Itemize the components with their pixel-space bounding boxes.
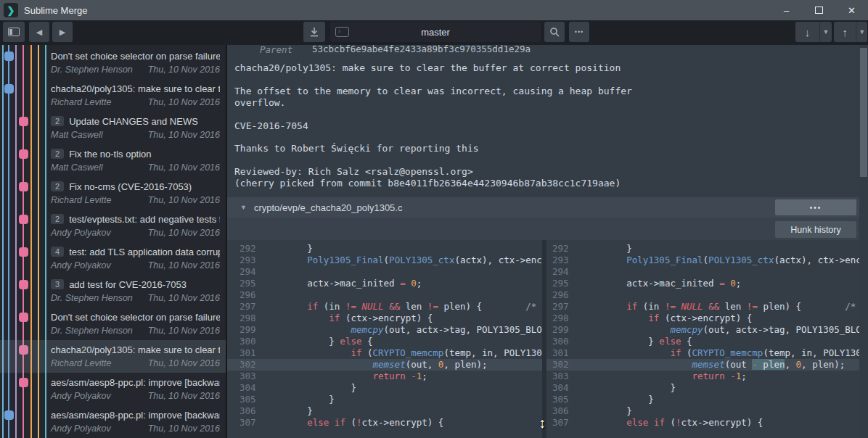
code-line[interactable]: 306 } [546,405,859,417]
push-chevron-down-icon[interactable]: ▼ [856,22,867,42]
code-line[interactable]: 293 Poly1305_Final(POLY1305_ctx(actx), c… [546,255,859,266]
pull-chevron-down-icon[interactable]: ▼ [820,22,832,42]
back-button[interactable]: ◀ [29,22,49,42]
code-token: = [400,278,406,289]
code-line[interactable]: 292 } [227,243,542,255]
code-line[interactable]: 295 actx->mac_inited = 0; [546,278,859,289]
code-line[interactable]: 301 if (CRYPTO_memcmp(temp, in, POLY1305… [546,347,859,359]
code-line[interactable]: 293 Poly1305_Final(POLY1305_ctx(actx), c… [227,255,542,266]
code-text: } [583,394,859,405]
code-line[interactable]: 298 if (ctx->encrypt) { [546,313,859,324]
commit-row[interactable]: chacha20/poly1305: make sure to clear th… [0,79,226,112]
code-line[interactable]: 297 if (in != NULL && len != plen) { /* … [227,301,542,313]
code-line[interactable]: 301 if (CRYPTO_memcmp(temp, in, POLY1305… [227,347,542,359]
code-line[interactable]: 294 [227,266,542,278]
line-number: 294 [227,266,263,278]
code-line[interactable]: 298 if (ctx->encrypt) { [227,313,542,324]
close-button[interactable]: ✕ [835,0,868,20]
command-palette-field[interactable]: › master [330,22,541,42]
code-line[interactable]: 304 } [546,382,859,394]
commit-message-paragraph: chacha20/poly1305: make sure to clear th… [234,62,868,75]
code-line[interactable]: 305 } [227,394,542,405]
search-button[interactable] [544,22,565,42]
commit-row[interactable]: aes/asm/aesp8-ppc.pl: improve [backward]… [0,405,226,438]
code-line[interactable]: 300 } else { [227,336,542,347]
commit-row[interactable]: aes/asm/aesp8-ppc.pl: improve [backward]… [0,373,226,405]
code-token: ( [361,347,372,358]
collapse-triangle-icon[interactable]: ▼ [240,204,247,211]
code-text: actx->mac_inited = 0; [263,278,542,289]
code-text: return -1; [583,371,859,382]
commit-row[interactable]: 3add test for CVE-2016-7053Dr. Stephen H… [0,275,226,307]
commit-row[interactable]: 2Update CHANGES and NEWSMatt CaswellThu,… [0,112,226,144]
file-header[interactable]: ▼ crypto/evp/e_chacha20_poly1305.c ••• [227,197,868,218]
minimize-button[interactable]: – [770,0,803,20]
pull-button[interactable]: ↓ ▼ [795,22,832,42]
diff-pane-new[interactable]: 292 }293 Poly1305_Final(POLY1305_ctx(act… [546,240,859,438]
stage-button[interactable] [303,22,325,42]
code-line[interactable]: 302 memset(out, 0, plen); [227,359,542,371]
code-line[interactable]: 305 } [546,394,859,405]
diff-pane-old[interactable]: 292 }293 Poly1305_Final(POLY1305_ctx(act… [227,240,542,438]
commit-row[interactable]: chacha20/poly1305: make sure to clear th… [0,340,226,373]
code-line[interactable]: 303 return -1; [546,371,859,382]
code-line[interactable]: 294 [546,266,859,278]
code-line[interactable]: 306 } [227,405,542,417]
code-token: CRYPTO_memcmp [373,347,444,358]
forward-button[interactable]: ▶ [52,22,73,42]
code-line[interactable]: 299 memcpy(out, actx->tag, POLY1305_BLOC… [227,324,542,336]
code-line[interactable]: 302 memset(out - plen, 0, plen); [546,359,859,371]
code-token: 0 [796,359,802,370]
line-number: 301 [227,347,263,359]
commit-row[interactable]: Don't set choice selector on parse failu… [0,46,226,79]
code-text: else if (!ctx->encrypt) { [263,417,542,429]
code-line[interactable]: 296 [546,289,859,301]
file-more-button[interactable]: ••• [775,199,856,215]
code-line[interactable]: 295 actx->mac_inited = 0; [227,278,542,289]
push-button[interactable]: ↑ ▼ [834,22,867,42]
code-line[interactable]: 297 if (in != NULL && len != plen) { /* … [546,301,859,313]
hunk-history-button[interactable]: Hunk history [775,221,856,238]
toolbar: ◀ ▶ › master ••• ↓ ▼ ↑ ▼ [0,20,868,45]
parent-hash[interactable]: 53cbcbf6e9abe4fe2433a89bf3c970355dd1e29a [312,45,531,54]
code-line[interactable]: 292 } [546,243,859,255]
code-token: , plen); [801,359,845,370]
code-token [676,301,681,312]
code-line[interactable]: 307 else if (!ctx->encrypt) { [546,417,859,429]
commit-row[interactable]: 2Fix no-cms (CVE-2016-7053)Richard Levit… [0,177,226,210]
code-token [263,324,351,335]
code-line[interactable]: 300 } else { [546,336,859,347]
file-more-icon: ••• [810,204,822,212]
code-line[interactable]: 296 [227,289,542,301]
commit-row[interactable]: Don't set choice selector on parse failu… [0,307,226,340]
code-token: ; [741,371,747,381]
commit-count-badge: 4 [51,247,64,257]
code-token: if [307,301,318,312]
commit-title: chacha20/poly1305: make sure to clear th… [51,81,220,96]
code-token [583,417,626,428]
maximize-button[interactable] [803,0,835,20]
toolbar-more-button[interactable]: ••• [569,22,589,42]
code-line[interactable]: 299 memcpy(out, actx->tag, POLY1305_BLOC… [546,324,859,336]
line-number: 295 [227,278,263,289]
toggle-sidebar-button[interactable] [3,22,25,42]
code-text: } [263,394,542,405]
window-title: Sublime Merge [24,5,87,16]
code-line[interactable]: 307 else if (!ctx->encrypt) { [227,417,542,429]
code-line[interactable]: 303 return -1; [227,371,542,382]
vertical-scrollbar[interactable] [859,45,868,438]
code-token: plen [758,359,785,370]
code-token: != [345,301,356,312]
code-text [263,289,542,301]
commit-message: chacha20/poly1305: make sure to clear th… [227,55,868,190]
commit-meta: Dr. Stephen HensonThu, 10 Nov 2016 [51,326,220,336]
commit-row[interactable]: 2Fix the no-tls optionMatt CaswellThu, 1… [0,144,226,177]
vertical-scrollbar-thumb[interactable] [860,48,867,177]
commit-title: Don't set choice selector on parse failu… [51,49,220,63]
code-text: return -1; [263,371,542,382]
code-token: memset [373,359,406,370]
commit-row[interactable]: 2test/evptests.txt: add negative tests f… [0,210,226,242]
code-line[interactable]: 304 } [227,382,542,394]
code-text: if (CRYPTO_memcmp(temp, in, POLY1305_BL [583,347,859,359]
commit-row[interactable]: 4test: add TLS application data corrupti… [0,242,226,275]
